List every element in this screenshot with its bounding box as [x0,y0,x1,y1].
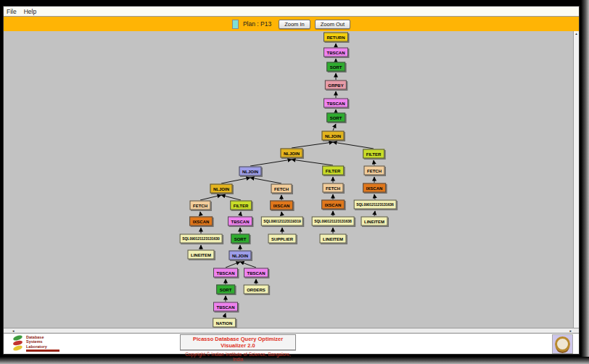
scroll-up-icon[interactable]: ▴ [574,32,579,36]
plan-edge-ixscanL-fetchL [200,212,201,216]
plan-edge-filterM-nljoinB [292,160,333,165]
plan-edge-fetchL-nljoinD [200,195,221,200]
iisc-logo [552,334,573,354]
plan-edge-filterR-nljoinA [333,142,374,149]
zoom-in-button[interactable]: Zoom In [279,20,310,29]
plan-node-sort1[interactable]: SORT [326,62,345,72]
footer-bar: Database Systems Laboratory Picasso Data… [4,333,579,354]
plan-node-fetchL[interactable]: FETCH [190,201,211,210]
plan-node-fetchR[interactable]: FETCH [364,166,385,175]
app-window: File Help Plan : P13 Zoom In Zoom Out RE… [3,6,580,355]
plan-node-lineitemR[interactable]: LINEITEM [361,217,388,226]
plan-edge-filterL-nljoinD [221,195,241,200]
plan-node-orders[interactable]: ORDERS [244,285,269,294]
plan-node-ixscanM[interactable]: IXSCAN [321,200,345,210]
app-title: Picasso Database Query Optimizer Visuali… [180,334,296,350]
plan-edge-nljoinB-nljoinA [292,142,333,148]
plan-edge-nljoinC-nljoinB [250,160,292,166]
plan-node-filterR[interactable]: FILTER [363,149,384,159]
plan-node-nljoinA[interactable]: NLJOIN [321,131,344,141]
plan-edge-sqlR-ixscanR [374,194,375,199]
plan-node-sqlM[interactable]: SQL090121123131638 [312,217,355,226]
dsl-lab-logo: Database Systems Laboratory [12,335,63,352]
copyright-text: Copyright © Indian Institute of Science,… [180,352,296,362]
plan-node-grpby[interactable]: GRPBY [325,80,347,90]
plan-node-ixscanR[interactable]: IXSCAN [363,183,386,193]
plan-node-sqlS[interactable]: SQL090121123119319 [261,217,303,226]
plan-canvas: RETURNTBSCANSORTGRPBYTBSCANSORTNLJOINNLJ… [4,31,579,328]
plan-edge-nation-tbscanN2 [224,313,226,318]
plan-color-swatch [232,20,239,29]
plan-node-lineitemM[interactable]: LINEITEM [320,234,347,244]
plan-node-tbscan2[interactable]: TBSCAN [324,99,348,108]
lab-banner [26,349,59,352]
lab-name: Database Systems Laboratory [26,335,59,349]
plan-edge-fetchS-nljoinC [250,178,281,183]
plan-edge-fetchR-filterR [374,160,374,165]
plan-edge-tbscanFL-filterL [240,212,241,216]
plan-toolbar: Plan : P13 Zoom In Zoom Out [4,17,579,31]
plan-node-fetchM[interactable]: FETCH [323,183,344,193]
plan-edge-tbscanO-nljoinE [240,262,256,268]
plan-node-tbscanO[interactable]: TBSCAN [244,268,268,278]
plan-node-tbscan1[interactable]: TBSCAN [324,48,348,57]
plan-node-nljoinB[interactable]: NLJOIN [280,149,302,158]
menu-file[interactable]: File [7,8,17,15]
plan-node-nation[interactable]: NATION [213,318,236,328]
screenshot-border-shade-right [581,0,589,364]
plan-node-ixscanL[interactable]: IXSCAN [189,217,213,226]
plan-node-nljoinE[interactable]: NLJOIN [228,251,251,260]
plan-node-sort2[interactable]: SORT [326,113,345,123]
zoom-out-button[interactable]: Zoom Out [315,20,350,29]
plan-node-nljoinD[interactable]: NLJOIN [210,184,232,194]
plan-node-nljoinC[interactable]: NLJOIN [239,167,261,176]
plan-node-sortL[interactable]: SORT [231,234,250,244]
plan-node-return[interactable]: RETURN [324,33,348,42]
plan-node-ixscanS[interactable]: IXSCAN [270,201,293,210]
plan-edge-tbscanN1-nljoinE [226,262,240,268]
plan-node-tbscanFL[interactable]: TBSCAN [228,217,252,226]
plan-node-tbscanN1[interactable]: TBSCAN [213,268,238,278]
iisc-emblem-icon [555,336,570,352]
menu-bar: File Help [4,7,579,17]
plan-node-sortN[interactable]: SORT [216,285,235,294]
plan-node-tbscanN2[interactable]: TBSCAN [213,302,238,312]
plan-label: Plan : P13 [243,20,271,28]
plan-edge-nljoinD-nljoinC [221,178,250,183]
dsl-leaves-icon [12,335,24,351]
plan-node-sqlR[interactable]: SQL090121123131636 [354,200,397,210]
plan-edge-sqlS-ixscanS [281,212,282,216]
vertical-scrollbar[interactable]: ▴ [573,31,579,328]
plan-node-sqlL[interactable]: SQL090121123131630 [180,234,223,244]
plan-node-filterL[interactable]: FILTER [230,201,252,210]
plan-node-fetchS[interactable]: FETCH [271,184,292,194]
plan-edge-nljoinA-sort2 [333,124,336,131]
plan-node-lineitemL[interactable]: LINEITEM [188,250,215,260]
plan-node-supplier[interactable]: SUPPLIER [268,234,296,244]
horizontal-scrollbar[interactable]: ◂ ▸ [4,328,579,333]
plan-edge-lineitemR-sqlR [374,211,375,216]
plan-edges [4,31,574,328]
plan-node-filterM[interactable]: FILTER [322,166,344,175]
menu-help[interactable]: Help [24,8,36,15]
